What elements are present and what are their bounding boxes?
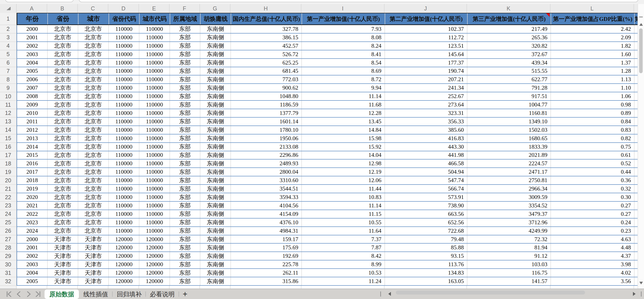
cell[interactable]: 2015: [17, 151, 48, 159]
cell[interactable]: 北京市: [48, 159, 78, 167]
cell[interactable]: 110000: [140, 34, 170, 42]
cell[interactable]: 416.83: [385, 134, 468, 142]
cell[interactable]: 2016: [17, 159, 48, 167]
header-cell[interactable]: 第一产业增加值(十亿人民币): [302, 13, 385, 25]
cell[interactable]: 北京市: [48, 202, 78, 210]
cell[interactable]: 8.54: [302, 59, 385, 67]
cell[interactable]: 120000: [109, 235, 140, 243]
cell[interactable]: 4.02: [551, 269, 634, 277]
cell[interactable]: 天津市: [78, 235, 109, 243]
cell[interactable]: 2000: [17, 235, 48, 243]
cell[interactable]: 110000: [109, 210, 140, 218]
cell[interactable]: 北京市: [78, 75, 109, 83]
cell[interactable]: 1680.65: [468, 134, 551, 142]
cell[interactable]: 1780.10: [231, 126, 302, 134]
cell[interactable]: 120000: [140, 260, 170, 268]
cell[interactable]: 4154.09: [231, 210, 302, 218]
sheet-tab[interactable]: 必看说明: [147, 289, 178, 299]
cell[interactable]: 917.51: [468, 92, 551, 100]
cell[interactable]: 北京市: [78, 92, 109, 100]
cell[interactable]: 东南侧: [200, 118, 231, 126]
cell[interactable]: 110000: [140, 168, 170, 176]
cell[interactable]: 北京市: [78, 227, 109, 235]
last-sheet-button[interactable]: [34, 291, 42, 297]
cell[interactable]: 4104.56: [231, 202, 302, 210]
cell[interactable]: 东部: [170, 277, 200, 285]
cell[interactable]: 110000: [109, 84, 140, 92]
header-cell[interactable]: 省份: [48, 13, 78, 25]
cell[interactable]: 12.06: [302, 176, 385, 184]
cell[interactable]: 385.60: [385, 126, 468, 134]
cell[interactable]: 天津市: [78, 277, 109, 285]
cell[interactable]: 1.60: [551, 50, 634, 58]
cell[interactable]: 东南侧: [200, 227, 231, 235]
cell[interactable]: 2800.04: [231, 168, 302, 176]
column-letter-H[interactable]: H: [230, 4, 302, 13]
cell[interactable]: 11.14: [302, 92, 385, 100]
cell[interactable]: 东部: [170, 126, 200, 134]
cell[interactable]: 天津市: [78, 243, 109, 251]
cell[interactable]: 120000: [140, 269, 170, 277]
cell[interactable]: 11.44: [302, 185, 385, 193]
sheet-tab[interactable]: 线性插值: [80, 289, 111, 299]
cell[interactable]: 110000: [140, 126, 170, 134]
cell[interactable]: 东部: [170, 260, 200, 268]
cell[interactable]: 2003: [17, 50, 48, 58]
cell[interactable]: 110000: [140, 84, 170, 92]
cell[interactable]: 11.14: [302, 202, 385, 210]
row-number[interactable]: 6: [0, 59, 16, 67]
cell[interactable]: 110000: [109, 25, 140, 33]
cell[interactable]: 12.28: [302, 109, 385, 117]
cell[interactable]: 北京市: [78, 25, 109, 33]
row-number[interactable]: 20: [0, 176, 16, 185]
cell[interactable]: 110000: [140, 218, 170, 226]
cell[interactable]: 663.56: [385, 210, 468, 218]
name-box[interactable]: [5, 0, 74, 2]
cell[interactable]: 东部: [170, 193, 200, 201]
cell[interactable]: 2005: [17, 67, 48, 75]
cell[interactable]: 1349.10: [468, 118, 551, 126]
cell[interactable]: 4.37: [551, 252, 634, 260]
cell[interactable]: 120000: [109, 277, 140, 285]
cell[interactable]: 110000: [109, 202, 140, 210]
cell[interactable]: 11.64: [302, 227, 385, 235]
cell[interactable]: 110000: [109, 134, 140, 142]
cell[interactable]: 120000: [140, 277, 170, 285]
cell[interactable]: 北京市: [78, 202, 109, 210]
cell[interactable]: 110000: [140, 92, 170, 100]
cell[interactable]: 北京市: [48, 92, 78, 100]
cell[interactable]: 0.44: [551, 168, 634, 176]
cell[interactable]: 12.98: [302, 159, 385, 167]
cell[interactable]: 北京市: [48, 134, 78, 142]
column-letter-D[interactable]: D: [108, 4, 139, 13]
cell[interactable]: 110000: [140, 50, 170, 58]
cell[interactable]: 722.68: [385, 227, 468, 235]
cell[interactable]: 120000: [140, 252, 170, 260]
cell[interactable]: 526.72: [231, 50, 302, 58]
cell[interactable]: 4.48: [551, 243, 634, 251]
cell[interactable]: 北京市: [78, 67, 109, 75]
cell[interactable]: 110000: [140, 210, 170, 218]
row-number[interactable]: 32: [0, 277, 16, 286]
next-sheet-button[interactable]: [25, 291, 32, 297]
cell[interactable]: 东部: [170, 176, 200, 184]
cell[interactable]: 东部: [170, 185, 200, 193]
cell[interactable]: 北京市: [78, 193, 109, 201]
cell[interactable]: 8.69: [302, 67, 385, 75]
cell[interactable]: 120000: [140, 243, 170, 251]
cell[interactable]: 625.25: [231, 59, 302, 67]
sheet-tab-active[interactable]: 原始数据: [44, 289, 79, 299]
row-number[interactable]: 25: [0, 218, 16, 227]
cell[interactable]: 72.32: [468, 235, 551, 243]
cell[interactable]: 443.30: [385, 143, 468, 151]
row-number[interactable]: 11: [0, 101, 16, 109]
cell[interactable]: 东部: [170, 84, 200, 92]
cell[interactable]: 110000: [109, 159, 140, 167]
cell[interactable]: 0.32: [551, 185, 634, 193]
cell[interactable]: 123.51: [385, 42, 468, 50]
cell[interactable]: 东南侧: [200, 210, 231, 218]
column-letter-L[interactable]: L: [550, 4, 634, 13]
column-letter-J[interactable]: J: [384, 4, 467, 13]
cell[interactable]: 天津市: [78, 269, 109, 277]
row-number[interactable]: 31: [0, 269, 16, 277]
